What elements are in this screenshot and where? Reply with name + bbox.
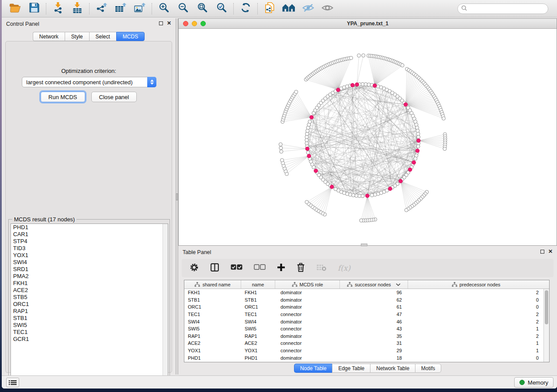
criterion-dropdown[interactable]: largest connected component (undirected) [22,77,156,87]
tab-select[interactable]: Select [89,32,116,41]
mcds-result-item[interactable]: RAP1 [11,308,168,315]
mcds-result-item[interactable]: STP4 [11,238,168,245]
mcds-result-item[interactable]: SRD1 [11,266,168,273]
table-cell[interactable]: 61 [340,304,408,309]
table-row[interactable]: ORC1ORC1dominator610 [184,303,544,311]
table-cell[interactable]: 2 [408,312,544,317]
table-row[interactable]: TEC1TEC1connector472 [184,311,544,318]
table-cell[interactable]: 29 [340,348,408,353]
column-header-predecessor-nodes[interactable]: predecessor nodes [408,280,544,289]
run-mcds-button[interactable]: Run MCDS [41,92,85,102]
network-canvas[interactable] [179,29,557,245]
table-row[interactable]: ACE2ACE2connector311 [184,340,544,347]
table-cell[interactable]: STB1 [241,297,275,303]
close-panel-icon[interactable]: ✕ [167,21,171,25]
mcds-result-item[interactable]: CAR1 [11,231,168,238]
mcds-result-item[interactable]: TID3 [11,245,168,252]
column-header-shared-name[interactable]: shared name [184,280,241,289]
export-network-button[interactable] [92,1,111,16]
table-cell[interactable]: 35 [340,334,408,339]
table-cell[interactable]: SWI4 [184,319,241,324]
hide-selected-button[interactable] [298,1,318,16]
tab-edge-table[interactable]: Edge Table [332,364,370,373]
close-panel-button[interactable]: Close panel [91,92,137,102]
table-cell[interactable]: dominator [275,334,340,339]
column-header-name[interactable]: name [241,280,275,289]
table-row[interactable]: RAP1RAP1dominator352 [184,333,544,340]
mcds-result-item[interactable]: YOX1 [11,252,168,259]
table-cell[interactable]: 2 [408,334,544,339]
network-graph[interactable] [179,29,557,245]
save-session-button[interactable] [24,1,44,16]
table-row[interactable]: STB1STB1dominator620 [184,296,544,304]
mcds-result-item[interactable]: PMA2 [11,273,168,280]
table-cell[interactable]: 62 [340,297,408,303]
table-row[interactable]: SWI4SWI4dominator462 [184,318,544,325]
mcds-result-item[interactable]: TEC1 [11,329,168,336]
mcds-result-item[interactable]: FKH1 [11,280,168,287]
tab-motifs[interactable]: Motifs [415,364,441,373]
table-cell[interactable]: 2 [408,319,544,324]
vertical-splitter-handle[interactable] [176,193,178,200]
mcds-result-list[interactable]: PHD1CAR1STP4TID3YOX1SWI4SRD1PMA2FKH1ACE2… [10,224,168,380]
show-all-button[interactable] [318,1,337,16]
table-cell[interactable]: dominator [275,355,340,361]
table-cell[interactable]: ORC1 [241,304,275,309]
table-cell[interactable]: YOX1 [184,348,241,353]
mcds-result-item[interactable]: ACE2 [11,287,168,294]
table-cell[interactable]: 46 [340,319,408,324]
table-cell[interactable]: connector [275,340,340,346]
open-file-button[interactable] [5,1,24,16]
table-row[interactable]: PHD1PHD1dominator180 [184,354,544,361]
table-cell[interactable]: 0 [408,355,544,361]
table-row[interactable]: SWI5SWI5connector431 [184,325,544,333]
tab-node-table[interactable]: Node Table [294,364,332,373]
table-cell[interactable]: 18 [340,355,408,361]
split-panel-button[interactable] [210,263,219,274]
table-cell[interactable]: ACE2 [184,340,241,346]
table-cell[interactable]: 47 [340,312,408,317]
table-cell[interactable]: 1 [408,326,544,331]
zoom-fit-button[interactable] [193,1,212,16]
export-table-button[interactable] [111,1,130,16]
table-cell[interactable]: 1 [408,348,544,353]
refresh-layout-button[interactable] [236,1,255,16]
zoom-in-button[interactable] [154,1,173,16]
table-cell[interactable]: 0 [408,297,544,303]
mcds-result-item[interactable]: GCR1 [11,336,168,343]
close-window-traffic-light[interactable] [183,21,188,26]
network-window-titlebar[interactable]: YPA_prune.txt_1 [179,19,557,29]
network-nodes[interactable] [279,54,447,222]
import-network-button[interactable] [48,1,68,16]
table-cell[interactable]: SWI5 [184,326,241,331]
table-cell[interactable]: YOX1 [241,348,275,353]
table-cell[interactable]: SWI4 [241,319,275,324]
table-row[interactable]: YOX1YOX1connector291 [184,347,544,354]
zoom-selected-button[interactable] [212,1,231,16]
close-table-panel-icon[interactable]: ✕ [548,249,553,254]
tab-mcds[interactable]: MCDS [116,32,145,41]
show-panels-list-button[interactable] [6,378,19,387]
table-cell[interactable]: ACE2 [241,340,275,346]
column-header-MCDS-role[interactable]: MCDS role [275,280,340,289]
table-scrollbar[interactable] [543,289,549,362]
first-neighbors-button[interactable] [279,1,298,16]
table-scrollbar-thumb[interactable] [545,290,548,324]
column-settings-button[interactable] [190,263,199,274]
new-network-from-selection-button[interactable] [260,1,279,16]
table-cell[interactable]: connector [275,312,340,317]
export-image-button[interactable] [130,1,149,16]
select-all-rows-button[interactable] [231,264,242,272]
mcds-result-item[interactable]: PHD1 [11,224,168,231]
mcds-result-item[interactable]: STB1 [11,315,168,322]
minimize-window-traffic-light[interactable] [192,21,197,26]
horizontal-splitter-handle[interactable] [361,244,367,246]
mcds-result-item[interactable]: SWI5 [11,322,168,329]
table-cell[interactable]: STB1 [184,297,241,303]
tab-style[interactable]: Style [65,32,89,41]
table-cell[interactable]: FKH1 [184,290,241,295]
table-cell[interactable]: dominator [275,319,340,324]
table-cell[interactable]: connector [275,348,340,353]
table-cell[interactable]: FKH1 [241,290,275,295]
table-cell[interactable]: dominator [275,297,340,303]
